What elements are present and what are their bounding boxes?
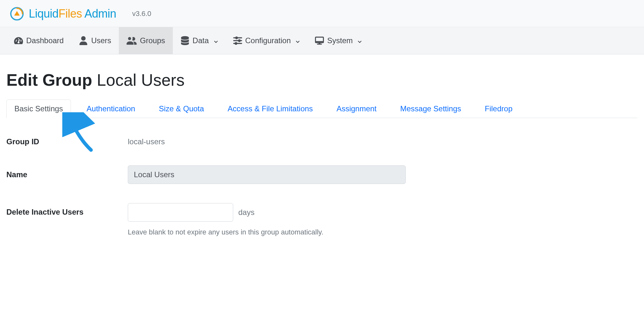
nav-dashboard[interactable]: Dashboard xyxy=(6,27,71,54)
label-name: Name xyxy=(6,170,128,179)
tab-authentication[interactable]: Authentication xyxy=(79,99,143,118)
row-group-id: Group ID local-users xyxy=(6,137,638,146)
top-brand-bar: LiquidFiles Admin v3.6.0 xyxy=(0,0,644,27)
brand[interactable]: LiquidFiles Admin xyxy=(10,6,116,21)
page-title-prefix: Edit Group xyxy=(6,71,97,89)
nav-configuration-label: Configuration xyxy=(245,36,291,45)
nav-dashboard-label: Dashboard xyxy=(26,36,64,45)
row-delete-inactive: Delete Inactive Users days Leave blank t… xyxy=(6,203,638,236)
tab-filedrop[interactable]: Filedrop xyxy=(477,99,521,118)
brand-liquid: Liquid xyxy=(29,7,58,20)
tab-size-quota[interactable]: Size & Quota xyxy=(151,99,212,118)
brand-admin: Admin xyxy=(82,7,116,20)
nav-data-label: Data xyxy=(193,36,209,45)
dashboard-icon xyxy=(14,36,23,45)
form: Group ID local-users Name Delete Inactiv… xyxy=(6,137,638,236)
database-icon xyxy=(180,36,189,45)
caret-down-icon xyxy=(214,36,218,45)
row-name: Name xyxy=(6,165,638,184)
nav-data[interactable]: Data xyxy=(173,27,226,54)
nav-configuration[interactable]: Configuration xyxy=(226,27,308,54)
label-delete-inactive: Delete Inactive Users xyxy=(6,203,128,217)
sliders-icon xyxy=(233,36,242,45)
tab-message-settings[interactable]: Message Settings xyxy=(392,99,469,118)
brand-files: Files xyxy=(58,7,82,20)
help-delete-inactive: Leave blank to not expire any users in t… xyxy=(128,228,638,236)
page-title: Edit Group Local Users xyxy=(6,70,638,90)
caret-down-icon xyxy=(358,36,362,45)
suffix-days: days xyxy=(238,208,255,217)
page-content: Edit Group Local Users Basic Settings Au… xyxy=(0,54,644,268)
nav-groups-label: Groups xyxy=(140,36,165,45)
tab-assignment[interactable]: Assignment xyxy=(328,99,384,118)
tabs: Basic Settings Authentication Size & Quo… xyxy=(6,99,638,118)
desktop-icon xyxy=(315,36,324,45)
page-title-name: Local Users xyxy=(97,71,185,89)
tab-access-file-limitations[interactable]: Access & File Limitations xyxy=(220,99,321,118)
users-group-icon xyxy=(126,36,137,45)
tab-basic-settings[interactable]: Basic Settings xyxy=(6,99,71,118)
version-label: v3.6.0 xyxy=(132,10,151,18)
user-icon xyxy=(79,36,88,45)
svg-marker-1 xyxy=(14,11,19,15)
nav-system[interactable]: System xyxy=(307,27,369,54)
nav-system-label: System xyxy=(327,36,353,45)
input-name[interactable] xyxy=(128,165,406,184)
brand-logo-icon xyxy=(10,6,24,21)
label-group-id: Group ID xyxy=(6,137,128,146)
caret-down-icon xyxy=(296,36,300,45)
nav-users[interactable]: Users xyxy=(71,27,119,54)
main-nav: Dashboard Users Groups Data Configuratio… xyxy=(0,27,644,54)
input-delete-inactive-days[interactable] xyxy=(128,203,233,222)
nav-users-label: Users xyxy=(91,36,111,45)
brand-text: LiquidFiles Admin xyxy=(29,7,116,20)
nav-groups[interactable]: Groups xyxy=(119,27,173,54)
value-group-id: local-users xyxy=(128,137,165,146)
